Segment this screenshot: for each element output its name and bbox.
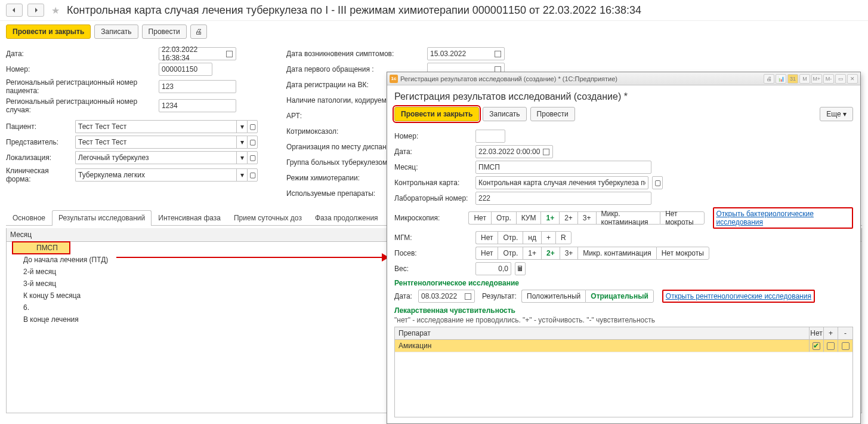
culture-neg[interactable]: Отр. bbox=[498, 247, 523, 260]
culture-none[interactable]: Нет bbox=[475, 247, 498, 260]
modal-lab-input[interactable]: 222 bbox=[475, 192, 651, 205]
culture-1plus[interactable]: 1+ bbox=[523, 247, 541, 260]
reg-patient-input[interactable]: 123 bbox=[159, 80, 236, 93]
tab-continuation[interactable]: Фаза продолжения bbox=[308, 210, 385, 226]
xray-date-input[interactable]: 08.03.2022 bbox=[418, 290, 475, 303]
patient-label: Пациент: bbox=[6, 122, 72, 131]
mgm-r[interactable]: R bbox=[555, 231, 572, 244]
save-button[interactable]: Записать bbox=[94, 24, 138, 39]
chevron-down-icon[interactable]: ▾ bbox=[236, 151, 247, 164]
weight-input[interactable]: 0,0 bbox=[475, 262, 511, 275]
calendar-icon[interactable] bbox=[225, 50, 233, 58]
bacteriology-link[interactable]: Открыть бактериологические исследования bbox=[716, 210, 814, 226]
nav-forward-button[interactable] bbox=[27, 4, 44, 17]
reg-case-input[interactable]: 1234 bbox=[159, 99, 236, 112]
head-print-icon[interactable]: 🖨 bbox=[764, 74, 774, 84]
clin-combo[interactable]: Туберкулема легких ▾ ▢ bbox=[75, 168, 258, 182]
open-ref-icon[interactable]: ▢ bbox=[247, 136, 258, 149]
modal-number-label: Номер: bbox=[394, 132, 472, 140]
micro-3plus[interactable]: 3+ bbox=[577, 211, 596, 225]
xray-negative[interactable]: Отрицательный bbox=[585, 290, 654, 303]
nav-back-button[interactable] bbox=[6, 4, 23, 17]
drug-sensitivity-table: Препарат Нет + - Амикацин bbox=[394, 327, 853, 417]
calendar-icon[interactable] bbox=[493, 50, 502, 58]
culture-contam[interactable]: Микр. контаминация bbox=[577, 247, 656, 260]
micro-contam[interactable]: Микр. контаминация bbox=[596, 211, 660, 225]
tab-daily-dose[interactable]: Прием суточных доз bbox=[227, 210, 308, 226]
modal-post-and-close-button[interactable]: Провести и закрыть bbox=[394, 107, 479, 121]
symptom-date-label: Дата возникновения симптомов: bbox=[286, 50, 424, 58]
number-input[interactable]: 000001150 bbox=[159, 63, 212, 76]
micro-neg[interactable]: Отр. bbox=[491, 211, 516, 225]
head-mplus-button[interactable]: M+ bbox=[811, 74, 822, 84]
open-ref-icon[interactable]: ▢ bbox=[247, 168, 258, 182]
mgm-nd[interactable]: нд bbox=[523, 231, 541, 244]
head-mminus-button[interactable]: M- bbox=[823, 74, 834, 84]
research-registration-modal: 1c Регистрация результатов исследований … bbox=[387, 72, 861, 424]
head-close-button[interactable]: ✕ bbox=[847, 74, 858, 84]
head-cal-icon[interactable]: 31 bbox=[787, 74, 798, 84]
loc-combo[interactable]: Легочный туберкулез ▾ ▢ bbox=[75, 151, 258, 164]
open-ref-icon[interactable]: ▢ bbox=[247, 120, 258, 133]
open-ref-icon[interactable]: ▢ bbox=[652, 176, 663, 189]
callout-arrow bbox=[116, 257, 385, 258]
xray-positive[interactable]: Положительный bbox=[521, 290, 585, 303]
drug-row[interactable]: Амикацин bbox=[395, 340, 852, 352]
tab-results[interactable]: Результаты исследований bbox=[52, 210, 152, 226]
calendar-icon[interactable] bbox=[542, 148, 550, 156]
page-title: Контрольная карта случая лечения туберку… bbox=[67, 4, 641, 17]
chevron-down-icon[interactable]: ▾ bbox=[236, 120, 247, 133]
reg-patient-label: Региональный регистрационный номер пацие… bbox=[6, 78, 155, 95]
drug-none-checkbox[interactable] bbox=[813, 342, 820, 350]
modal-title: Регистрация результатов исследований (со… bbox=[387, 85, 860, 105]
culture-3plus[interactable]: 3+ bbox=[560, 247, 578, 260]
print-button[interactable]: 🖨 bbox=[190, 24, 207, 39]
date-label: Дата: bbox=[6, 50, 155, 58]
loc-label: Локализация: bbox=[6, 153, 72, 162]
sensitivity-note: "нет" - исследование не проводились. "+"… bbox=[394, 316, 853, 324]
calendar-icon[interactable] bbox=[464, 292, 472, 300]
patient-combo[interactable]: Тест Тест Тест ▾ ▢ bbox=[75, 120, 258, 133]
xray-link[interactable]: Открыть рентгенологические исследования bbox=[666, 292, 811, 300]
chevron-down-icon[interactable]: ▾ bbox=[236, 136, 247, 149]
open-ref-icon[interactable]: ▢ bbox=[247, 151, 258, 164]
micro-2plus[interactable]: 2+ bbox=[559, 211, 577, 225]
mgm-neg[interactable]: Отр. bbox=[498, 231, 523, 244]
head-calc-icon[interactable]: 📊 bbox=[776, 74, 786, 84]
modal-save-button[interactable]: Записать bbox=[483, 107, 526, 121]
micro-none[interactable]: Нет bbox=[468, 211, 490, 225]
col-none: Нет bbox=[810, 327, 824, 339]
head-maximize-button[interactable]: ▭ bbox=[835, 74, 846, 84]
post-button[interactable]: Провести bbox=[142, 24, 187, 39]
chevron-down-icon[interactable]: ▾ bbox=[236, 168, 247, 182]
calc-icon[interactable]: 🖩 bbox=[515, 262, 526, 275]
culture-2plus[interactable]: 2+ bbox=[541, 247, 560, 260]
drug-minus-checkbox[interactable] bbox=[842, 342, 850, 350]
modal-more-button[interactable]: Еще ▾ bbox=[820, 107, 853, 121]
culture-nosputum[interactable]: Нет мокроты bbox=[656, 247, 709, 260]
drug-plus-checkbox[interactable] bbox=[827, 342, 835, 350]
symptom-date-input[interactable]: 15.03.2022 bbox=[427, 47, 505, 60]
mgm-none[interactable]: Нет bbox=[475, 231, 498, 244]
modal-number-input[interactable] bbox=[475, 130, 505, 143]
clin-label: Клиническая форма: bbox=[6, 167, 72, 183]
month-row-pmsp[interactable]: ПМСП bbox=[13, 242, 70, 254]
modal-month-input[interactable]: ПМСП bbox=[475, 161, 651, 174]
modal-date-input[interactable]: 22.03.2022 0:00:00 bbox=[475, 145, 553, 158]
post-and-close-button[interactable]: Провести и закрыть bbox=[6, 24, 91, 39]
tab-intensive[interactable]: Интенсивная фаза bbox=[152, 210, 227, 226]
printer-icon: 🖨 bbox=[195, 27, 202, 36]
head-m-button[interactable]: M bbox=[799, 74, 810, 84]
micro-cum[interactable]: КУМ bbox=[516, 211, 541, 225]
xray-link-box: Открыть рентгенологические исследования bbox=[662, 290, 815, 303]
favorite-star-icon[interactable]: ★ bbox=[49, 4, 62, 17]
micro-nosputum[interactable]: Нет мокроты bbox=[660, 211, 704, 225]
reg-case-label: Региональный регистрационный номер случа… bbox=[6, 97, 155, 114]
tab-main[interactable]: Основное bbox=[6, 210, 52, 226]
rep-combo[interactable]: Тест Тест Тест ▾ ▢ bbox=[75, 136, 258, 149]
date-input[interactable]: 22.03.2022 16:38:34 bbox=[159, 47, 236, 60]
micro-1plus[interactable]: 1+ bbox=[540, 211, 559, 225]
modal-card-input[interactable]: Контрольная карта случая лечения туберку… bbox=[475, 176, 648, 189]
mgm-plus[interactable]: + bbox=[541, 231, 555, 244]
modal-post-button[interactable]: Провести bbox=[530, 107, 575, 121]
